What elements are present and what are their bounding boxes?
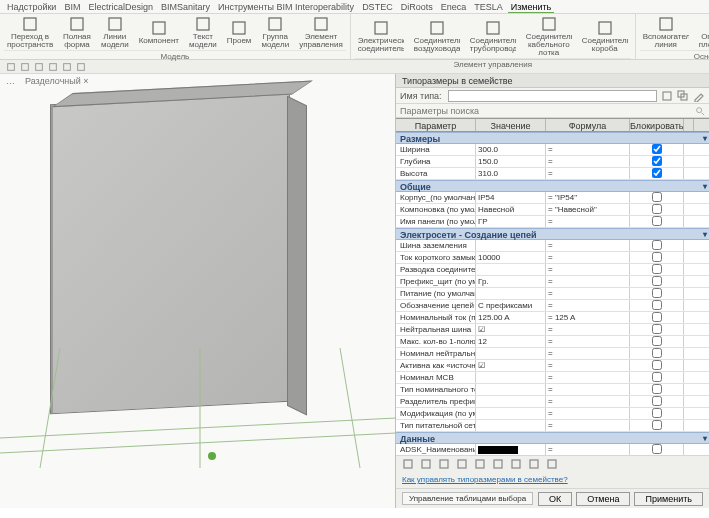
tab-0[interactable]: Надстройки bbox=[4, 2, 59, 13]
param-lock[interactable] bbox=[630, 216, 684, 227]
param-lock[interactable] bbox=[630, 360, 684, 371]
paste-icon[interactable] bbox=[456, 458, 468, 470]
param-value[interactable]: Навесной bbox=[476, 204, 546, 215]
tab-2[interactable]: ElectricalDesign bbox=[85, 2, 156, 13]
param-formula[interactable]: = bbox=[546, 240, 630, 251]
grid-icon[interactable] bbox=[6, 62, 16, 72]
param-row[interactable]: Префикс_щит (по умолчаГр.= bbox=[396, 276, 709, 288]
param-value[interactable] bbox=[476, 288, 546, 299]
param-value[interactable]: 10000 bbox=[476, 252, 546, 263]
ribbon-btn[interactable]: Соединитель кабельного лотка bbox=[523, 16, 575, 57]
param-value[interactable]: ☑ bbox=[476, 324, 546, 335]
param-formula[interactable]: = bbox=[546, 336, 630, 347]
param-formula[interactable]: = bbox=[546, 360, 630, 371]
apply-button[interactable]: Применить bbox=[634, 492, 703, 506]
param-formula[interactable]: = "IP54" bbox=[546, 192, 630, 203]
param-formula[interactable]: = bbox=[546, 252, 630, 263]
param-lock[interactable] bbox=[630, 156, 684, 167]
sort-d-icon[interactable] bbox=[528, 458, 540, 470]
param-row[interactable]: Макс. кол-во 1-полюсных12= bbox=[396, 336, 709, 348]
param-formula[interactable]: = bbox=[546, 144, 630, 155]
3d-icon[interactable] bbox=[20, 62, 30, 72]
tab-3[interactable]: BIMSanitary bbox=[158, 2, 213, 13]
param-value[interactable] bbox=[476, 372, 546, 383]
param-formula[interactable]: = bbox=[546, 168, 630, 179]
param-lock[interactable] bbox=[630, 240, 684, 251]
ok-button[interactable]: ОК bbox=[538, 492, 572, 506]
ribbon-btn[interactable]: Полная форма bbox=[60, 16, 94, 49]
param-row[interactable]: Высота310.0= bbox=[396, 168, 709, 180]
ribbon-btn[interactable]: Линии модели bbox=[98, 16, 132, 49]
param-row[interactable]: Разделитель префикса цеп= bbox=[396, 396, 709, 408]
param-lock[interactable] bbox=[630, 144, 684, 155]
spline-icon[interactable] bbox=[48, 62, 58, 72]
ribbon-btn[interactable]: Электрический соединитель bbox=[355, 16, 407, 57]
param-lock[interactable] bbox=[630, 420, 684, 431]
param-value[interactable] bbox=[476, 264, 546, 275]
param-formula[interactable]: = 125 A bbox=[546, 312, 630, 323]
param-formula[interactable]: = bbox=[546, 324, 630, 335]
param-group-header[interactable]: Данные bbox=[396, 432, 709, 444]
arrow-l-icon[interactable] bbox=[474, 458, 486, 470]
param-value[interactable]: ☑ bbox=[476, 360, 546, 371]
param-value[interactable] bbox=[476, 240, 546, 251]
param-value[interactable]: ГР bbox=[476, 216, 546, 227]
param-formula[interactable]: = bbox=[546, 216, 630, 227]
selection-handle[interactable] bbox=[208, 452, 216, 460]
param-value[interactable]: 150.0 bbox=[476, 156, 546, 167]
param-value[interactable]: 300.0 bbox=[476, 144, 546, 155]
tab-1[interactable]: BIM bbox=[61, 2, 83, 13]
tab-5[interactable]: DSTEC bbox=[359, 2, 396, 13]
param-value[interactable]: 125.00 A bbox=[476, 312, 546, 323]
param-lock[interactable] bbox=[630, 336, 684, 347]
ribbon-btn[interactable]: Проем bbox=[224, 16, 255, 49]
tab-7[interactable]: Eneca bbox=[438, 2, 470, 13]
param-formula[interactable]: = bbox=[546, 288, 630, 299]
param-formula[interactable]: = bbox=[546, 348, 630, 359]
page-icon[interactable] bbox=[420, 458, 432, 470]
cancel-button[interactable]: Отмена bbox=[576, 492, 630, 506]
param-value[interactable]: IP54 bbox=[476, 192, 546, 203]
param-row[interactable]: Активна как «источник»☑= bbox=[396, 360, 709, 372]
param-lock[interactable] bbox=[630, 168, 684, 179]
param-formula[interactable]: = bbox=[546, 300, 630, 311]
param-value[interactable] bbox=[476, 396, 546, 407]
col-lock[interactable]: Блокировать bbox=[630, 119, 684, 131]
param-formula[interactable]: = bbox=[546, 420, 630, 431]
param-value[interactable]: С префиксами bbox=[476, 300, 546, 311]
param-formula[interactable]: = bbox=[546, 156, 630, 167]
param-row[interactable]: Компоновка (по умолчаниНавесной= "Навесн… bbox=[396, 204, 709, 216]
tab-6[interactable]: DiRoots bbox=[398, 2, 436, 13]
param-formula[interactable]: = bbox=[546, 444, 630, 455]
arrow-r-icon[interactable] bbox=[492, 458, 504, 470]
param-value[interactable]: 12 bbox=[476, 336, 546, 347]
param-row[interactable]: Тип номинального тока= bbox=[396, 384, 709, 396]
param-row[interactable]: Шина заземления= bbox=[396, 240, 709, 252]
param-lock[interactable] bbox=[630, 192, 684, 203]
view-tab[interactable]: Разделочный × bbox=[25, 76, 89, 86]
col-parameter[interactable]: Параметр bbox=[396, 119, 476, 131]
param-lock[interactable] bbox=[630, 264, 684, 275]
pen-icon[interactable] bbox=[402, 458, 414, 470]
param-formula[interactable]: = "Навесной" bbox=[546, 204, 630, 215]
param-lock[interactable] bbox=[630, 408, 684, 419]
ribbon-btn[interactable]: Текст модели bbox=[186, 16, 220, 49]
col-value[interactable]: Значение bbox=[476, 119, 546, 131]
param-lock[interactable] bbox=[630, 252, 684, 263]
param-formula[interactable]: = bbox=[546, 396, 630, 407]
ribbon-btn[interactable]: Элемент управления bbox=[296, 16, 346, 49]
copy-icon[interactable] bbox=[438, 458, 450, 470]
param-group-header[interactable]: Электросети - Создание цепей bbox=[396, 228, 709, 240]
param-row[interactable]: Нейтральная шина☑= bbox=[396, 324, 709, 336]
ribbon-btn[interactable]: Группа модели bbox=[258, 16, 292, 49]
param-lock[interactable] bbox=[630, 204, 684, 215]
tab-4[interactable]: Инструменты BIM Interoperability bbox=[215, 2, 357, 13]
param-value[interactable]: Гр. bbox=[476, 276, 546, 287]
param-formula[interactable]: = bbox=[546, 384, 630, 395]
param-row[interactable]: Питание (по умолчанию)= bbox=[396, 288, 709, 300]
param-row[interactable]: Ширина300.0= bbox=[396, 144, 709, 156]
ribbon-btn[interactable]: Компонент bbox=[136, 16, 182, 49]
duplicate-type-icon[interactable] bbox=[677, 90, 689, 102]
param-lock[interactable] bbox=[630, 276, 684, 287]
param-row[interactable]: Имя панели (по умолчаниГР= bbox=[396, 216, 709, 228]
